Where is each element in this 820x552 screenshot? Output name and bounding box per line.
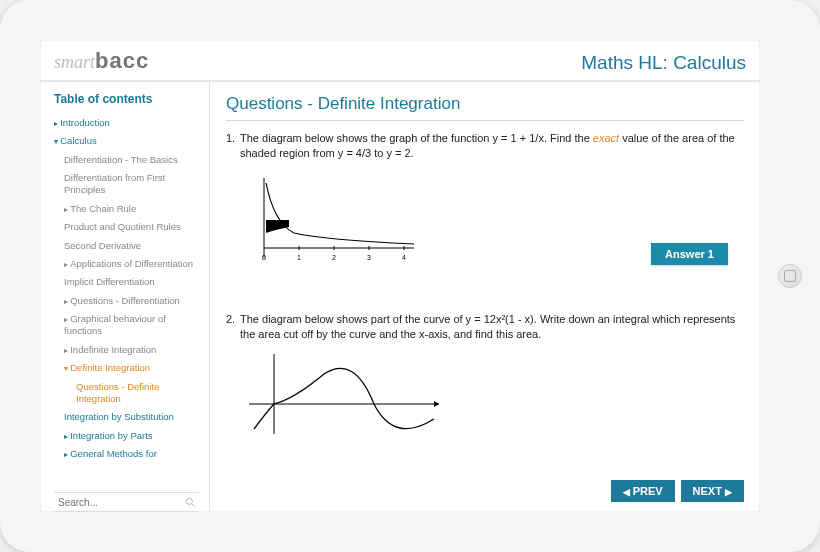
diagram-2 xyxy=(244,349,744,443)
search-input[interactable] xyxy=(58,497,185,508)
logo-part2: bacc xyxy=(95,48,149,73)
toc-heading: Table of contents xyxy=(54,92,199,106)
header-title: Maths HL: Calculus xyxy=(581,52,746,74)
svg-text:1: 1 xyxy=(297,254,301,261)
body: Table of contents IntroductionCalculusDi… xyxy=(40,82,760,512)
sidebar: Table of contents IntroductionCalculusDi… xyxy=(40,82,210,512)
toc-item[interactable]: Integration by Substitution xyxy=(54,408,199,426)
search-icon[interactable] xyxy=(185,496,195,508)
svg-text:4: 4 xyxy=(402,254,406,261)
svg-text:2: 2 xyxy=(332,254,336,261)
chevron-right-icon: ▶ xyxy=(725,487,732,497)
toc-item[interactable]: Questions - Definite Integration xyxy=(54,378,199,409)
toc-list[interactable]: IntroductionCalculusDifferentiation - Th… xyxy=(54,114,199,488)
logo-part1: smart xyxy=(54,52,95,72)
search-box[interactable] xyxy=(54,492,199,512)
toc-item[interactable]: Indefinite Integration xyxy=(54,341,199,359)
question-2-text: 2.The diagram below shows part of the cu… xyxy=(226,312,744,343)
toc-item[interactable]: Second Derivative xyxy=(54,237,199,255)
toc-item[interactable]: Implicit Differentiation xyxy=(54,273,199,291)
q1-number: 1. xyxy=(226,131,240,146)
svg-line-1 xyxy=(192,504,195,507)
q1-emphasis: exact xyxy=(593,132,619,144)
svg-text:0: 0 xyxy=(262,254,266,261)
answer-1-button[interactable]: Answer 1 xyxy=(651,243,728,265)
toc-item[interactable]: The Chain Rule xyxy=(54,200,199,218)
toc-item[interactable]: Integration by Parts xyxy=(54,427,199,445)
toc-item[interactable]: Applications of Differentiation xyxy=(54,255,199,273)
question-1-text: 1.The diagram below shows the graph of t… xyxy=(226,131,744,162)
app-screen: smartbacc Maths HL: Calculus Table of co… xyxy=(40,40,760,512)
page-title: Questions - Definite Integration xyxy=(226,94,744,121)
svg-text:3: 3 xyxy=(367,254,371,261)
question-1: 1.The diagram below shows the graph of t… xyxy=(226,131,744,272)
main-content: Questions - Definite Integration 1.The d… xyxy=(210,82,760,512)
chevron-left-icon: ◀ xyxy=(623,487,630,497)
ipad-frame: smartbacc Maths HL: Calculus Table of co… xyxy=(0,0,820,552)
toc-item[interactable]: Differentiation from First Principles xyxy=(54,169,199,200)
prev-button[interactable]: ◀ PREV xyxy=(611,480,675,502)
question-2: 2.The diagram below shows part of the cu… xyxy=(226,312,744,443)
top-bar: smartbacc Maths HL: Calculus xyxy=(40,40,760,82)
svg-point-0 xyxy=(186,498,192,504)
toc-item[interactable]: General Methods for xyxy=(54,445,199,463)
toc-item[interactable]: Differentiation - The Basics xyxy=(54,151,199,169)
toc-item[interactable]: Product and Quotient Rules xyxy=(54,218,199,236)
logo: smartbacc xyxy=(54,48,149,74)
next-button[interactable]: NEXT ▶ xyxy=(681,480,744,502)
toc-item[interactable]: Definite Integration xyxy=(54,359,199,377)
toc-item[interactable]: Graphical behaviour of functions xyxy=(54,310,199,341)
toc-item[interactable]: Introduction xyxy=(54,114,199,132)
footer-nav: ◀ PREV NEXT ▶ xyxy=(611,480,744,502)
toc-item[interactable]: Questions - Differentiation xyxy=(54,292,199,310)
q2-number: 2. xyxy=(226,312,240,327)
home-button[interactable] xyxy=(778,264,802,288)
toc-item[interactable]: Calculus xyxy=(54,132,199,150)
